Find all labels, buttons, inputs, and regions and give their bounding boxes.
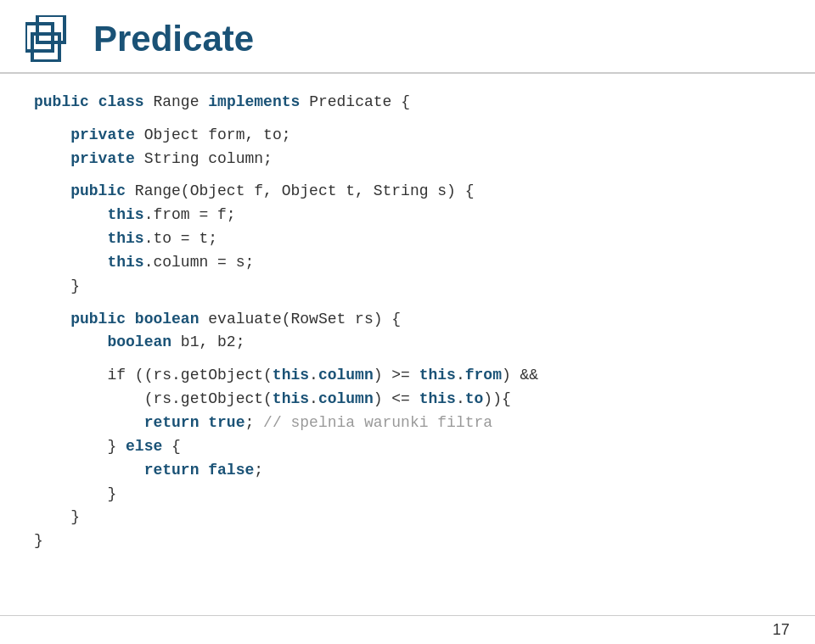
code-line-14: } else {: [34, 435, 781, 459]
page-number: 17: [773, 621, 790, 639]
code-line-8: }: [34, 275, 781, 299]
code-line-10: boolean b1, b2;: [34, 331, 781, 355]
code-line-2: private Object form, to;: [34, 124, 781, 148]
code-line-16: }: [34, 483, 781, 507]
code-line-13: return true; // spelnia warunki filtra: [34, 412, 781, 435]
code-line-7: this.column = s;: [34, 251, 781, 275]
code-line-17: }: [34, 506, 781, 529]
header: Predicate: [0, 0, 815, 74]
code-line-4: public Range(Object f, Object t, String …: [34, 180, 781, 204]
code-line-12: (rs.getObject(this.column) <= this.to)){: [34, 388, 781, 412]
code-line-9: public boolean evaluate(RowSet rs) {: [34, 308, 781, 332]
footer: 17: [0, 615, 815, 644]
code-line-1: public class Range implements Predicate …: [34, 91, 781, 115]
slide-title: Predicate: [93, 19, 254, 59]
logo-icon: [25, 15, 76, 62]
slide: Predicate public class Range implements …: [0, 0, 815, 644]
code-line-3: private String column;: [34, 148, 781, 171]
code-content: public class Range implements Predicate …: [0, 74, 815, 615]
code-line-15: return false;: [34, 459, 781, 483]
code-line-11: if ((rs.getObject(this.column) >= this.f…: [34, 364, 781, 388]
code-line-5: this.from = f;: [34, 204, 781, 227]
code-line-6: this.to = t;: [34, 227, 781, 251]
code-line-18: }: [34, 529, 781, 553]
